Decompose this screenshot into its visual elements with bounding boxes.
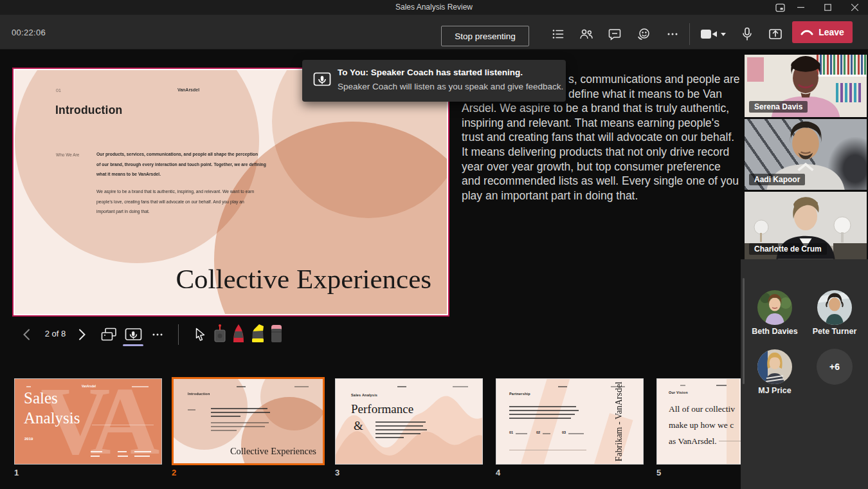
avatar-beth-davies[interactable] (757, 290, 792, 325)
slide-side-label: Who We Are (56, 152, 79, 157)
slide-paragraph-2: We aspire to be a brand that is authenti… (96, 187, 254, 217)
thumbnail-slide-4[interactable]: Partnership 01 02 03 Fabrikam - VanArsde… (496, 378, 644, 465)
notes-line: year over year growth, but top consumer … (462, 160, 734, 174)
next-slide-icon[interactable] (75, 327, 89, 342)
thumbnail-3-number: 3 (335, 468, 339, 477)
thumb2-heading: Introduction (188, 392, 210, 396)
thumb4-step-3: 03 (562, 430, 566, 434)
meeting-toolbar: 00:22:06 Stop presenting (0, 15, 868, 50)
presented-slide[interactable]: 01 VanArsdel Introduction Who We Are Our… (12, 68, 449, 317)
thumbnail-slide-2-selected[interactable]: Introduction Collective Experiences (172, 377, 325, 465)
participant-name-label: Serena Davis (749, 101, 808, 113)
thumb3-title: Performance (351, 402, 413, 416)
stop-presenting-button[interactable]: Stop presenting (441, 26, 529, 46)
slide-heading: Introduction (55, 104, 122, 117)
slide-brand-logo: VanArsdel (153, 88, 224, 92)
popout-icon[interactable] (769, 0, 791, 15)
thumb3-ampersand: & (354, 419, 363, 433)
toolbar-separator (689, 23, 690, 45)
close-icon[interactable] (844, 0, 865, 15)
slide-grid-icon[interactable] (100, 326, 118, 343)
more-options-icon[interactable] (664, 25, 682, 43)
reactions-icon[interactable] (635, 25, 653, 43)
teams-meeting-window: Sales Analysis Review 00:22:06 Stop pres… (0, 0, 868, 489)
slide-canvas: 01 VanArsdel Introduction Who We Are Our… (14, 69, 448, 315)
notes-line: Arsdel. We aspire to be a brand that is … (462, 101, 734, 116)
title-bar: Sales Analysis Review (0, 0, 868, 15)
avatar-name: Pete Turner (799, 327, 868, 336)
thumb1-brand: VanArsdel (77, 385, 100, 388)
thumbnail-slide-1[interactable]: VA VanArsdel SalesAnalysis 2019 (14, 378, 162, 465)
highlighter-tool-icon[interactable] (248, 323, 267, 345)
avatar-mj-price[interactable] (757, 349, 792, 384)
thumbnail-1-number: 1 (14, 468, 19, 477)
participant-name-label: Charlotte de Crum (749, 243, 827, 255)
notes-line: trust and creating fans that will advoca… (462, 130, 734, 145)
slide-position-label: 2 of 8 (37, 329, 73, 338)
speaker-coach-icon (313, 71, 331, 88)
notes-line: It means delivering products that not on… (462, 145, 734, 160)
leave-button[interactable]: Leave (792, 21, 853, 43)
red-pen-tool-icon[interactable] (230, 323, 248, 345)
thumbnail-5-number: 5 (656, 468, 661, 477)
phone-down-icon (800, 29, 813, 35)
thumb4-step-2: 02 (536, 430, 540, 434)
annotation-separator (178, 324, 179, 345)
speaker-coach-toast[interactable]: To You: Speaker Coach has started listen… (302, 60, 566, 102)
thumb1-title: SalesAnalysis (24, 388, 80, 428)
avatar-name: MJ Price (739, 386, 810, 395)
overflow-participants-badge[interactable]: +6 (817, 349, 853, 385)
maximize-button[interactable] (817, 0, 838, 15)
speaker-coach-toggle-icon[interactable] (123, 326, 143, 343)
thumb4-rule (509, 450, 586, 450)
leave-label: Leave (818, 27, 844, 37)
chat-icon[interactable] (606, 25, 624, 43)
thumb2-title: Collective Experiences (174, 446, 316, 457)
laser-pointer-tool-icon[interactable] (211, 323, 229, 345)
slide-page-number: 01 (56, 88, 61, 93)
toast-subtitle: Speaker Coach will listen as you speak a… (338, 82, 563, 91)
thumb5-body: All of our collectiv make up how we c as… (669, 401, 745, 449)
minimize-button[interactable] (790, 0, 811, 15)
slide-title: Collective Experiences (15, 263, 431, 295)
share-screen-icon[interactable] (766, 25, 784, 43)
nav-more-icon[interactable] (149, 327, 166, 342)
thumb5-heading: Our Vision (669, 391, 688, 394)
video-tile-serena[interactable]: Serena Davis (745, 55, 867, 117)
thumbnail-4-number: 4 (496, 468, 500, 477)
people-icon[interactable] (577, 25, 595, 43)
camera-dropdown-caret[interactable] (721, 33, 726, 36)
coach-active-indicator (123, 344, 143, 346)
thumb1-rule (92, 425, 154, 425)
camera-icon[interactable] (698, 25, 720, 43)
notes-line: and recommended lists as well. Every sin… (462, 174, 734, 189)
meeting-timer: 00:22:06 (12, 28, 46, 37)
avatar-pete-turner[interactable] (817, 290, 852, 325)
notes-line: inspiring and relevant. That means earni… (462, 116, 734, 131)
thumb3-heading: Sales Analysis (351, 393, 377, 397)
pointer-tool-icon[interactable] (192, 326, 208, 344)
thumb4-vertical-text: Fabrikam - VanArsdel (593, 379, 644, 464)
video-tile-aadi[interactable]: Aadi Kapoor (745, 119, 867, 190)
slide-paragraph-1: Our products, services, communications, … (96, 149, 266, 180)
agenda-list-icon[interactable] (549, 25, 567, 43)
notes-line: play an important part in doing that. (462, 189, 734, 203)
thumb4-heading: Partnership (509, 392, 530, 396)
participant-name-label: Aadi Kapoor (749, 174, 805, 185)
thumb4-step-1: 01 (509, 430, 513, 434)
toast-title: To You: Speaker Coach has started listen… (338, 68, 523, 77)
microphone-icon[interactable] (738, 25, 756, 43)
eraser-tool-icon[interactable] (267, 323, 285, 345)
thumb1-year: 2019 (24, 437, 33, 441)
window-title: Sales Analysis Review (0, 3, 868, 12)
video-tile-charlotte[interactable]: Charlotte de Crum (745, 192, 867, 259)
thumbnail-2-number: 2 (172, 468, 176, 477)
previous-slide-icon[interactable] (19, 327, 33, 342)
thumbnail-slide-3[interactable]: Sales Analysis Performance & (335, 378, 483, 465)
